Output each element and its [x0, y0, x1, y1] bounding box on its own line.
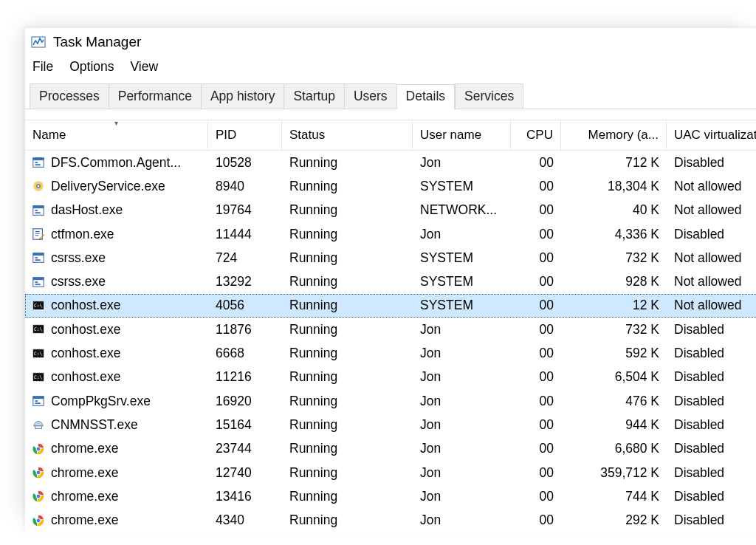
cell-uac: Disabled [667, 227, 756, 242]
cell-cpu: 00 [511, 513, 561, 528]
svg-text:C:\: C:\ [34, 303, 43, 308]
table-row[interactable]: chrome.exe13416RunningJon00744 KDisabled [25, 484, 756, 508]
menu-file[interactable]: File [32, 59, 53, 75]
tabstrip: ProcessesPerformanceApp historyStartupUs… [25, 82, 756, 109]
table-row[interactable]: csrss.exe724RunningSYSTEM00732 KNot allo… [25, 246, 756, 270]
printer-icon [31, 417, 46, 432]
svg-point-54 [37, 518, 41, 522]
chrome-icon [31, 442, 46, 456]
process-name: DFS.Common.Agent... [51, 155, 181, 171]
svg-text:C:\: C:\ [34, 326, 43, 332]
cell-memory: 6,504 K [561, 369, 667, 385]
cell-pid: 11876 [208, 322, 282, 337]
process-name: ctfmon.exe [51, 227, 114, 242]
col-cpu[interactable]: CPU [511, 120, 561, 150]
table-row[interactable]: CompPkgSrv.exe16920RunningJon00476 KDisa… [25, 389, 756, 413]
menubar: File Options View [25, 55, 756, 82]
table-row[interactable]: chrome.exe23744RunningJon006,680 KDisabl… [25, 437, 756, 461]
cell-pid: 19764 [208, 202, 282, 218]
tab-startup[interactable]: Startup [284, 83, 343, 109]
titlebar[interactable]: Task Manager [25, 28, 756, 55]
cell-uac: Disabled [667, 513, 756, 528]
cell-memory: 4,336 K [561, 227, 667, 242]
console-icon: C:\ [31, 346, 46, 361]
table-row[interactable]: CNMNSST.exe15164RunningJon00944 KDisable… [25, 413, 756, 436]
col-name[interactable]: ▾ Name [25, 120, 208, 150]
cell-uac: Disabled [667, 465, 756, 481]
cell-pid: 13292 [208, 274, 282, 289]
table-row[interactable]: chrome.exe12740RunningJon00359,712 KDisa… [25, 461, 756, 484]
table-row[interactable]: csrss.exe13292RunningSYSTEM00928 KNot al… [25, 270, 756, 293]
col-uac[interactable]: UAC virtualizat... [667, 120, 756, 150]
col-status[interactable]: Status [282, 120, 413, 150]
svg-rect-24 [35, 281, 38, 283]
cell-memory: 592 K [561, 346, 667, 361]
cell-user: Jon [413, 465, 511, 481]
cell-name: chrome.exe [25, 489, 208, 504]
table-row[interactable]: chrome.exe4340RunningJon00292 KDisabled [25, 508, 756, 532]
menu-options[interactable]: Options [69, 59, 114, 75]
cell-memory: 359,712 K [561, 465, 667, 481]
col-memory[interactable]: Memory (a... [561, 120, 667, 150]
process-name: chrome.exe [51, 465, 118, 481]
tab-users[interactable]: Users [344, 83, 396, 109]
cell-pid: 11444 [208, 227, 282, 242]
cell-cpu: 00 [511, 441, 561, 456]
svg-rect-25 [35, 284, 41, 285]
cell-cpu: 00 [511, 250, 561, 266]
table-row[interactable]: C:\conhost.exe6668RunningJon00592 KDisab… [25, 341, 756, 365]
col-pid[interactable]: PID [208, 120, 282, 150]
cell-pid: 12740 [208, 465, 282, 481]
cell-status: Running [282, 274, 413, 289]
cell-status: Running [282, 465, 413, 481]
cell-cpu: 00 [511, 369, 561, 385]
table-row[interactable]: DFS.Common.Agent...10528RunningJon00712 … [25, 151, 756, 174]
process-name: conhost.exe [51, 298, 120, 313]
cell-status: Running [282, 227, 413, 242]
cell-uac: Disabled [667, 155, 756, 171]
table-row[interactable]: dasHost.exe19764RunningNETWORK...0040 KN… [25, 199, 756, 222]
cell-user: SYSTEM [413, 179, 511, 194]
table-row[interactable]: C:\conhost.exe11216RunningJon006,504 KDi… [25, 366, 756, 389]
cell-cpu: 00 [511, 489, 561, 504]
tab-processes[interactable]: Processes [30, 83, 109, 109]
table-row[interactable]: C:\conhost.exe4056RunningSYSTEM0012 KNot… [25, 294, 756, 318]
table-row[interactable]: C:\conhost.exe11876RunningJon00732 KDisa… [25, 318, 756, 341]
tab-app-history[interactable]: App history [201, 83, 284, 109]
tab-performance[interactable]: Performance [109, 83, 201, 109]
process-name: chrome.exe [51, 513, 118, 528]
window-title: Task Manager [53, 34, 141, 50]
cell-pid: 724 [208, 250, 282, 266]
cell-user: Jon [413, 489, 511, 504]
cell-status: Running [282, 369, 413, 385]
cell-name: CompPkgSrv.exe [25, 394, 208, 409]
tab-services[interactable]: Services [455, 83, 523, 109]
console-icon: C:\ [31, 298, 46, 313]
cell-memory: 928 K [561, 274, 667, 289]
table-row[interactable]: DeliveryService.exe8940RunningSYSTEM0018… [25, 174, 756, 198]
svg-point-51 [37, 495, 41, 498]
cell-name: C:\conhost.exe [25, 322, 208, 337]
cell-user: Jon [413, 346, 511, 361]
table-row[interactable]: ctfmon.exe11444RunningJon004,336 KDisabl… [25, 222, 756, 246]
cell-uac: Not allowed [667, 274, 756, 289]
cell-status: Running [282, 394, 413, 409]
tab-details[interactable]: Details [396, 84, 456, 109]
cell-pid: 4056 [208, 298, 282, 313]
col-user[interactable]: User name [413, 120, 511, 150]
menu-view[interactable]: View [131, 59, 159, 75]
cell-user: Jon [413, 369, 511, 385]
svg-rect-42 [35, 426, 42, 429]
cell-memory: 292 K [561, 513, 667, 528]
cell-name: DFS.Common.Agent... [25, 155, 208, 171]
cell-uac: Disabled [667, 346, 756, 361]
chrome-icon [31, 489, 46, 504]
cell-name: C:\conhost.exe [25, 298, 208, 313]
cell-pid: 4340 [208, 513, 282, 528]
gear-icon [31, 179, 46, 193]
cell-memory: 18,304 K [561, 179, 667, 194]
cell-cpu: 00 [511, 465, 561, 481]
cell-cpu: 00 [511, 202, 561, 218]
cell-status: Running [282, 202, 413, 218]
cell-memory: 732 K [561, 322, 667, 337]
